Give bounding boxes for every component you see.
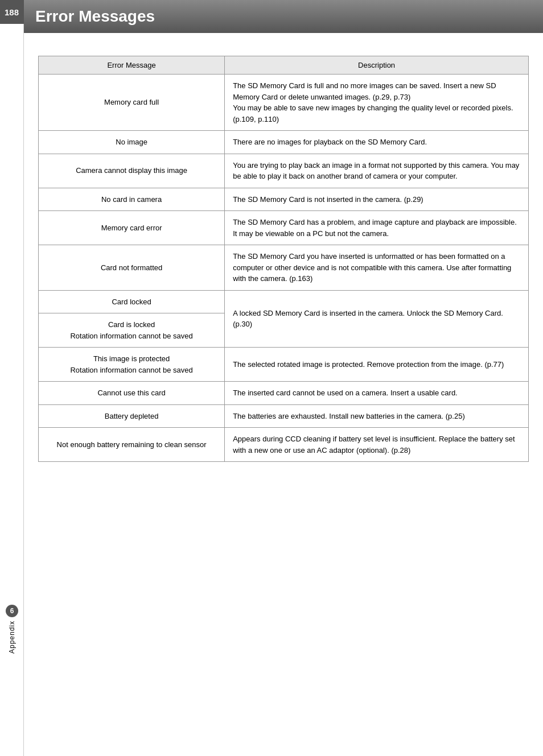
table-row: Not enough battery remaining to clean se…	[39, 428, 529, 462]
description-cell: The batteries are exhausted. Install new…	[225, 404, 529, 428]
table-row: Cannot use this cardThe inserted card ca…	[39, 382, 529, 405]
table-row: Memory card fullThe SD Memory Card is fu…	[39, 75, 529, 131]
table-header-row: Error Message Description	[39, 56, 529, 75]
error-message-cell: Cannot use this card	[39, 382, 225, 405]
table-row: No card in cameraThe SD Memory Card is n…	[39, 188, 529, 211]
description-cell: You are trying to play back an image in …	[225, 154, 529, 188]
description-cell: The SD Memory Card has a problem, and im…	[225, 211, 529, 245]
error-message-cell: No card in camera	[39, 188, 225, 211]
description-cell: The selected rotated image is protected.…	[225, 348, 529, 382]
description-cell: A locked SD Memory Card is inserted in t…	[225, 290, 529, 348]
table-row: Camera cannot display this imageYou are …	[39, 154, 529, 188]
description-cell: The inserted card cannot be used on a ca…	[225, 382, 529, 405]
error-message-cell: Card locked	[39, 290, 225, 313]
description-cell: There are no images for playback on the …	[225, 131, 529, 154]
error-message-cell: Not enough battery remaining to clean se…	[39, 428, 225, 462]
chapter-number-circle: 6	[6, 605, 18, 617]
page-title: Error Messages	[35, 7, 155, 26]
error-message-cell: No image	[39, 131, 225, 154]
error-message-cell: Memory card error	[39, 211, 225, 245]
error-message-cell: Battery depleted	[39, 404, 225, 428]
description-cell: The SD Memory Card is not inserted in th…	[225, 188, 529, 211]
main-content: Error Message Description Memory card fu…	[24, 33, 543, 479]
error-message-cell: This image is protectedRotation informat…	[39, 348, 225, 382]
table-row: This image is protectedRotation informat…	[39, 348, 529, 382]
sidebar-label: 6 Appendix	[0, 605, 24, 654]
description-cell: Appears during CCD cleaning if battery s…	[225, 428, 529, 462]
table-row: Card not formattedThe SD Memory Card you…	[39, 245, 529, 291]
table-row: Battery depletedThe batteries are exhaus…	[39, 404, 529, 428]
page-header: Error Messages	[24, 0, 543, 33]
table-row: Memory card errorThe SD Memory Card has …	[39, 211, 529, 245]
col-header-description: Description	[225, 56, 529, 75]
left-sidebar: 188 6 Appendix	[0, 0, 24, 756]
table-row: Card lockedA locked SD Memory Card is in…	[39, 290, 529, 313]
col-header-error: Error Message	[39, 56, 225, 75]
chapter-label: Appendix	[8, 621, 16, 654]
page-number: 188	[0, 0, 24, 24]
description-cell: The SD Memory Card you have inserted is …	[225, 245, 529, 291]
error-message-cell: Memory card full	[39, 75, 225, 131]
description-cell: The SD Memory Card is full and no more i…	[225, 75, 529, 131]
error-messages-table: Error Message Description Memory card fu…	[38, 56, 529, 462]
error-message-cell: Camera cannot display this image	[39, 154, 225, 188]
error-message-cell: Card is lockedRotation information canno…	[39, 313, 225, 348]
error-message-cell: Card not formatted	[39, 245, 225, 291]
table-row: No imageThere are no images for playback…	[39, 131, 529, 154]
